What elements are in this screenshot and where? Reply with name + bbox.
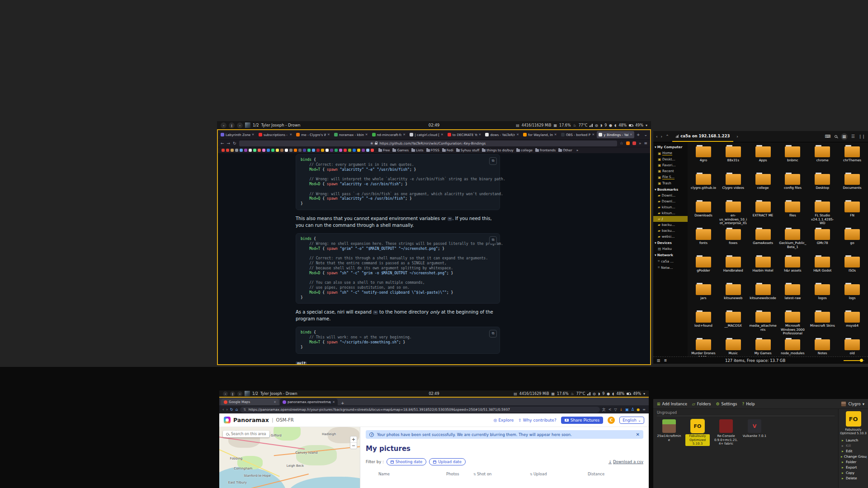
- up-icon[interactable]: ⌃: [665, 134, 669, 139]
- folder-item[interactable]: msys64: [837, 310, 867, 338]
- flask-icon[interactable]: Δ: [632, 408, 634, 412]
- filter-chip-shooting-date[interactable]: Shooting date: [387, 458, 427, 465]
- bookmark-favicon[interactable]: [312, 149, 315, 152]
- language-selector[interactable]: English⌄: [619, 417, 644, 424]
- bookmarks-overflow-icon[interactable]: »: [575, 148, 580, 152]
- extensions-icon[interactable]: ▣: [625, 408, 629, 412]
- menu-icon[interactable]: ≡: [642, 408, 646, 412]
- tab-close-icon[interactable]: ✕: [327, 133, 330, 136]
- column-shot-on[interactable]: ⇅Shot on: [473, 472, 530, 476]
- bookmark-star-icon[interactable]: ☆: [620, 141, 623, 145]
- folder-item[interactable]: Handbraked: [718, 255, 748, 283]
- bookmark-favicon[interactable]: [226, 149, 229, 152]
- bookmark-favicon[interactable]: [357, 149, 360, 152]
- bookmark-favicon[interactable]: [285, 149, 288, 152]
- folder-item[interactable]: media_attachments: [748, 310, 778, 338]
- instance-item[interactable]: 25w14craftmine: [657, 419, 681, 446]
- status-icon[interactable]: ▥: [657, 358, 660, 362]
- caret-down-icon[interactable]: ▾: [643, 392, 645, 396]
- contribute-link[interactable]: ⇧Why contribute?: [518, 418, 557, 422]
- folder-item[interactable]: kitsunewebcode: [748, 283, 778, 310]
- bookmark-favicon[interactable]: [280, 149, 283, 152]
- bookmark-folder[interactable]: Games: [391, 148, 410, 152]
- list-all-tabs-icon[interactable]: ⌄: [642, 132, 649, 137]
- sidebar-place[interactable]: ▣ File S…: [653, 174, 688, 180]
- status-icon[interactable]: ≣: [664, 358, 667, 362]
- bookmark-folder[interactable]: college: [515, 148, 534, 152]
- folder-item[interactable]: ISOs: [837, 255, 867, 283]
- bookmark-favicon[interactable]: [335, 149, 338, 152]
- folder-item[interactable]: EXTRACT ME: [748, 200, 778, 228]
- bookmark-favicon[interactable]: [262, 149, 265, 152]
- sidebar-place[interactable]: ▣ Home: [653, 150, 688, 156]
- bell-icon[interactable]: ◗: [598, 392, 600, 396]
- download-csv-link[interactable]: ↓Download a csv: [609, 460, 643, 464]
- bookmark-favicon[interactable]: [344, 149, 347, 152]
- zoom-in-button[interactable]: +: [350, 436, 357, 442]
- sidebar-section-header[interactable]: ▾Network: [653, 252, 688, 258]
- bookmark-folder[interactable]: Fedi: [441, 148, 455, 152]
- folder-item[interactable]: Murder Drones 1440p: [689, 338, 718, 357]
- folder-item[interactable]: 4gro: [689, 145, 718, 173]
- pause-icon[interactable]: ‖: [229, 122, 235, 128]
- map-search-box[interactable]: Search on this area: [223, 431, 269, 437]
- back-icon[interactable]: ‹: [656, 134, 658, 139]
- share-icon[interactable]: <: [609, 408, 612, 412]
- sidebar-section-header[interactable]: ▾Devices: [653, 239, 688, 246]
- sidebar-network[interactable]: ⌗ ca5a …: [653, 258, 688, 264]
- menu-icon[interactable]: ≡: [644, 141, 647, 145]
- bookmark-folder[interactable]: frontends: [534, 148, 557, 152]
- column-upload[interactable]: ⇅Upload: [530, 472, 588, 476]
- bookmark-folder[interactable]: Syhuu stuff: [455, 148, 481, 152]
- bookmark-favicon[interactable]: [339, 149, 342, 152]
- instance-item[interactable]: FO Fabulously Optimized 5.10.3: [685, 419, 710, 446]
- site-info-icon[interactable]: ⇅: [243, 408, 246, 412]
- bookmark-favicon[interactable]: [289, 149, 292, 152]
- bookmark-favicon[interactable]: [249, 149, 252, 152]
- folder-item[interactable]: Notes: [807, 338, 837, 357]
- bookmark-favicon[interactable]: [366, 149, 369, 152]
- sidebar-bookmark[interactable]: ▰ kitsun…: [653, 210, 688, 216]
- instance-action-button[interactable]: ▸ Export: [840, 465, 867, 470]
- bookmark-folder[interactable]: Free: [377, 148, 391, 152]
- sidebar-bookmark[interactable]: ▰ Downl…: [653, 198, 688, 204]
- bookmark-folder[interactable]: Lists: [410, 148, 425, 152]
- back-icon[interactable]: ‹: [222, 407, 224, 412]
- bookmark-favicon[interactable]: [303, 149, 306, 152]
- terminal-icon[interactable]: ⌨: [825, 134, 831, 139]
- browser-tab[interactable]: OBS - borked Pipel ✕: [559, 131, 597, 138]
- browser-tab[interactable]: Google Maps ✕: [221, 399, 279, 405]
- browser-tab[interactable]: me - Clygro's Web ✕: [294, 131, 332, 138]
- folder-item[interactable]: go: [837, 228, 867, 255]
- folder-item[interactable]: Minecraft Skins: [807, 310, 837, 338]
- panoramax-logo[interactable]: [224, 417, 231, 423]
- bookmark-favicon[interactable]: [316, 149, 320, 152]
- extension-icon[interactable]: [626, 141, 630, 145]
- sidebar-place[interactable]: ▣ Recent: [653, 168, 688, 174]
- bookmark-favicon[interactable]: [353, 149, 356, 152]
- instance-group-label[interactable]: Ungrouped: [657, 411, 835, 416]
- bookmark-favicon[interactable]: [222, 149, 225, 152]
- bookmark-folder[interactable]: FOSS: [425, 148, 441, 152]
- reload-icon[interactable]: ↻: [233, 141, 236, 145]
- extension-icon[interactable]: [632, 141, 636, 145]
- folder-item[interactable]: kitsuneweb: [718, 283, 748, 310]
- previous-track-icon[interactable]: «: [223, 391, 228, 396]
- list-view-icon[interactable]: ☰: [851, 134, 855, 139]
- instance-action-button[interactable]: ▸ Launch: [840, 438, 867, 443]
- instance-item[interactable]: Re-Console 0.9.0+mc1.21.4+ fabric: [714, 419, 738, 446]
- forward-icon[interactable]: →: [227, 141, 231, 145]
- copy-code-button[interactable]: ⧉: [489, 157, 497, 165]
- folder-item[interactable]: old: [837, 338, 867, 357]
- folder-item[interactable]: files: [778, 200, 808, 228]
- folder-item[interactable]: __MACOSX: [718, 310, 748, 338]
- folder-item[interactable]: Apps: [748, 145, 778, 173]
- instance-action-button[interactable]: ▸ Edit: [840, 449, 867, 454]
- bookmark-favicon[interactable]: [321, 149, 324, 152]
- bookmark-favicon[interactable]: [271, 149, 274, 152]
- user-avatar[interactable]: C: [608, 417, 615, 424]
- explore-link[interactable]: ◎Explore: [494, 418, 514, 422]
- search-icon[interactable]: [835, 135, 837, 138]
- folder-item[interactable]: Geckium_Public_Beta_1: [778, 228, 808, 255]
- bookmark-favicon[interactable]: [231, 149, 234, 152]
